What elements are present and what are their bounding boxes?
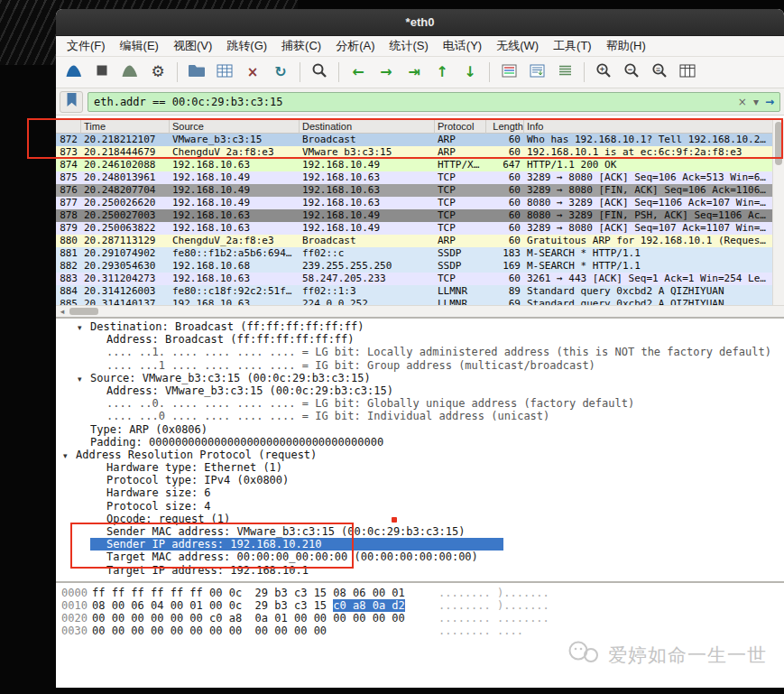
find-packet-button[interactable]: [307, 60, 332, 85]
stop-capture-button[interactable]: [89, 60, 115, 85]
detail-line[interactable]: Address: Broadcast (ff:ff:ff:ff:ff:ff): [56, 333, 784, 346]
menu-file[interactable]: 文件(F): [60, 36, 113, 56]
hex-line[interactable]: 001008 00 06 04 00 01 00 0c 29 b3 c3 15 …: [56, 599, 784, 612]
filter-bookmark-button[interactable]: [60, 91, 83, 113]
expander-icon[interactable]: ▾: [78, 321, 82, 333]
detail-line[interactable]: Address: VMware_b3:c3:15 (00:0c:29:b3:c3…: [56, 384, 784, 397]
close-capture-button[interactable]: ×: [240, 60, 265, 85]
column-header-len[interactable]: Length: [486, 120, 524, 134]
scrollbar-thumb[interactable]: [775, 122, 782, 165]
go-to-packet-button[interactable]: ⇥: [401, 60, 427, 85]
menu-edit[interactable]: 编辑(E): [113, 36, 166, 56]
detail-line[interactable]: .... ..0. .... .... .... .... = LG bit: …: [56, 397, 784, 410]
menu-help[interactable]: 帮助(H): [599, 36, 653, 56]
detail-line[interactable]: ▾Source: VMware_b3:c3:15 (00:0c:29:b3:c3…: [56, 372, 784, 384]
menu-capture[interactable]: 捕获(C): [274, 36, 328, 56]
hex-line[interactable]: 0000ff ff ff ff ff ff 00 0c 29 b3 c3 15 …: [56, 587, 784, 599]
packet-row-876[interactable]: 87620.248207704192.168.10.49192.168.10.6…: [56, 184, 784, 197]
packet-list-hscrollbar[interactable]: ◂: [56, 305, 784, 317]
detail-line[interactable]: .... ...0 .... .... .... .... = IG bit: …: [56, 410, 784, 422]
hex-line[interactable]: 003000 00 00 00 00 00 00 00 00 00 00 00.…: [56, 625, 784, 637]
packet-row-884[interactable]: 88420.314126003fe80::c18f:92c2:51f…ff02:…: [56, 285, 784, 298]
detail-text: Type: ARP (0x0806): [90, 423, 208, 436]
column-header-no[interactable]: [56, 120, 81, 134]
menu-analyze[interactable]: 分析(A): [328, 36, 382, 56]
detail-line[interactable]: .... ...1 .... .... .... .... = IG bit: …: [56, 359, 784, 372]
packet-row-883[interactable]: 88320.311204273192.168.10.6358.247.205.2…: [56, 273, 784, 285]
column-header-src[interactable]: Source: [170, 120, 300, 134]
start-capture-button[interactable]: [61, 60, 87, 85]
hex-bytes[interactable]: 08 00 06 04 00 01 00 0c 29 b3 c3 15 c0 a…: [92, 599, 405, 612]
packet-row-877[interactable]: 87720.250026620192.168.10.49192.168.10.6…: [56, 197, 784, 209]
detail-line[interactable]: Protocol size: 4: [56, 500, 784, 513]
zoom-reset-button[interactable]: ≡: [647, 60, 672, 85]
expander-icon[interactable]: ▾: [78, 373, 82, 384]
detail-line[interactable]: Protocol type: IPv4 (0x0800): [56, 474, 784, 486]
packet-row-882[interactable]: 88220.293054630192.168.10.68239.255.255.…: [56, 260, 784, 273]
packet-row-881[interactable]: 88120.291074902fe80::f1b2:a5b6:694…ff02:…: [56, 247, 784, 260]
filter-dropdown-icon[interactable]: ▾: [753, 97, 759, 107]
packet-row-885[interactable]: 88520.314140137192.168.10.63224.0.0.252L…: [56, 298, 784, 305]
packet-row-880[interactable]: 88020.287113129ChengduV_2a:f8:e3Broadcas…: [56, 235, 784, 247]
resize-columns-button[interactable]: [675, 60, 700, 85]
filter-expression: eth.addr == 00:0c:29:b3:c3:15: [94, 96, 283, 108]
titlebar[interactable]: *eth0: [56, 9, 784, 36]
save-file-button[interactable]: [212, 60, 237, 85]
go-last-button[interactable]: ↓: [457, 60, 483, 85]
detail-line[interactable]: Hardware size: 6: [56, 486, 784, 499]
scrollbar-thumb[interactable]: [69, 308, 98, 315]
clear-filter-icon[interactable]: ×: [738, 97, 747, 107]
hex-bytes[interactable]: ff ff ff ff ff ff 00 0c 29 b3 c3 15 08 0…: [92, 587, 405, 599]
detail-line[interactable]: Padding: 0000000000000000000000000000000…: [56, 436, 784, 449]
packet-list-vscrollbar[interactable]: [772, 120, 784, 305]
go-forward-button[interactable]: →: [374, 60, 399, 85]
detail-line[interactable]: Hardware type: Ethernet (1): [56, 461, 784, 474]
hex-bytes[interactable]: 00 00 00 00 00 00 00 00 00 00 00 00: [92, 625, 327, 637]
auto-scroll-button[interactable]: [524, 60, 549, 85]
selected-bytes[interactable]: c0 a8 0a d2: [333, 599, 404, 612]
apply-filter-icon[interactable]: →: [765, 97, 774, 107]
hex-line[interactable]: 002000 00 00 00 00 00 c0 a8 0a 01 00 00 …: [56, 612, 784, 625]
column-header-info[interactable]: Info: [524, 120, 784, 134]
menu-telephony[interactable]: 电话(Y): [436, 36, 489, 56]
column-header-proto[interactable]: Protocol: [435, 120, 486, 134]
scroll-left-arrow-icon[interactable]: ◂: [56, 306, 69, 317]
packet-row-875[interactable]: 87520.248013961192.168.10.49192.168.10.6…: [56, 171, 784, 184]
detail-line[interactable]: ▾Destination: Broadcast (ff:ff:ff:ff:ff:…: [56, 320, 784, 333]
go-back-button[interactable]: ←: [346, 60, 371, 85]
colorize-button[interactable]: [496, 60, 521, 85]
capture-lines-button[interactable]: [552, 60, 577, 85]
detail-line[interactable]: Sender MAC address: VMware_b3:c3:15 (00:…: [56, 525, 784, 538]
detail-line[interactable]: Opcode: request (1): [56, 513, 784, 525]
detail-line[interactable]: ▾Address Resolution Protocol (request): [56, 449, 784, 461]
packet-row-872[interactable]: 87220.218212107VMware_b3:c3:15BroadcastA…: [56, 134, 784, 146]
menu-go[interactable]: 跳转(G): [219, 36, 274, 56]
hex-bytes[interactable]: 00 00 00 00 00 00 c0 a8 0a 01 00 00 00 0…: [92, 612, 405, 625]
filter-input[interactable]: eth.addr == 00:0c:29:b3:c3:15 × ▾ →: [88, 92, 780, 112]
menu-wireless[interactable]: 无线(W): [489, 36, 546, 56]
detail-line[interactable]: Target IP address: 192.168.10.1: [56, 564, 784, 577]
detail-line[interactable]: Sender IP address: 192.168.10.210: [56, 538, 784, 551]
menu-view[interactable]: 视图(V): [166, 36, 219, 56]
menu-statistics[interactable]: 统计(S): [382, 36, 435, 56]
packet-row-878[interactable]: 87820.250027003192.168.10.63192.168.10.4…: [56, 209, 784, 222]
capture-options-button[interactable]: ⚙: [145, 60, 171, 85]
open-file-button[interactable]: [184, 60, 209, 85]
go-first-button[interactable]: ↑: [429, 60, 455, 85]
packet-row-873[interactable]: 87320.218444679ChengduV_2a:f8:e3VMware_b…: [56, 146, 784, 159]
column-header-time[interactable]: Time: [81, 120, 170, 134]
restart-capture-button[interactable]: [117, 60, 143, 85]
cell-no: 882: [56, 260, 81, 273]
menu-tools[interactable]: 工具(T): [546, 36, 599, 56]
detail-line[interactable]: .... ..1. .... .... .... .... = LG bit: …: [56, 346, 784, 358]
packet-row-879[interactable]: 87920.250063822192.168.10.63192.168.10.4…: [56, 222, 784, 235]
zoom-out-button[interactable]: −: [619, 60, 644, 85]
detail-line[interactable]: Type: ARP (0x0806): [56, 423, 784, 436]
packet-row-874[interactable]: 87420.246102088192.168.10.63192.168.10.4…: [56, 159, 784, 171]
column-header-dst[interactable]: Destination: [300, 120, 435, 134]
cell-no: 874: [56, 159, 81, 171]
expander-icon[interactable]: ▾: [63, 449, 68, 461]
detail-line[interactable]: Target MAC address: 00:00:00_00:00:00 (0…: [56, 551, 784, 563]
zoom-in-button[interactable]: +: [591, 60, 616, 85]
reload-button[interactable]: ↻: [268, 60, 293, 85]
